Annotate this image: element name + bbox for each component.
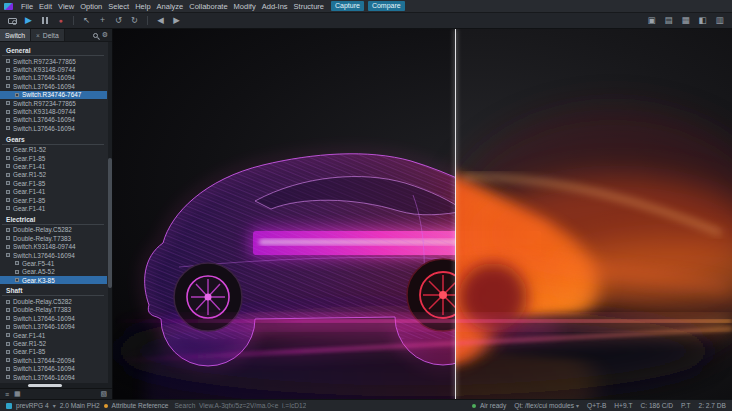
tree-item[interactable]: Gear.R1-52 [0,171,107,179]
tree-item[interactable]: Gear.F1-85 [0,154,107,162]
node-toggle-icon[interactable] [6,245,10,249]
pause-icon[interactable] [38,14,51,27]
node-toggle-icon[interactable] [6,164,10,168]
shading-icon[interactable]: ▤ [662,14,675,27]
node-toggle-icon[interactable] [6,350,10,354]
node-toggle-icon[interactable] [6,101,10,105]
node-toggle-icon[interactable] [6,236,10,240]
tree-item[interactable]: Switch.L37644-26094 [0,356,107,364]
node-toggle-icon[interactable] [15,93,19,97]
node-toggle-icon[interactable] [6,68,10,72]
menu-collaborate[interactable]: Collaborate [186,1,230,12]
node-toggle-icon[interactable] [6,367,10,371]
tree-item[interactable]: Double-Relay.T7383 [0,234,107,242]
comparison-split-handle[interactable] [455,29,456,399]
tree-item[interactable]: Switch.L37646-16094 [0,373,107,381]
node-toggle-icon[interactable] [6,190,10,194]
material-icon[interactable]: ▣ [645,14,658,27]
layers-icon[interactable]: ▥ [713,14,726,27]
tree-item[interactable]: Double-Relay.T7383 [0,306,107,314]
menu-add-ins[interactable]: Add-Ins [259,1,291,12]
node-toggle-icon[interactable] [6,300,10,304]
tree-item[interactable]: Gear.R1-52 [0,146,107,154]
menu-view[interactable]: View [55,1,77,12]
menu-help[interactable]: Help [132,1,153,12]
node-toggle-icon[interactable] [6,110,10,114]
node-toggle-icon[interactable] [6,375,10,379]
step-forward-icon[interactable]: ▶ [170,14,183,27]
list-icon[interactable]: ≡ [5,391,9,398]
menubar-button-capture[interactable]: Capture [331,1,364,11]
node-toggle-icon[interactable] [15,261,19,265]
tree-item[interactable]: Gear.F5-41 [0,259,107,267]
record-icon[interactable]: ● [54,14,67,27]
menu-analyze[interactable]: Analyze [154,1,187,12]
tree-item[interactable]: Double-Relay.C5282 [0,297,107,305]
tree-item[interactable]: Switch.L37646-16094 [0,82,107,90]
tree-item[interactable]: Gear.F1-41 [0,204,107,212]
tree-item[interactable]: Switch.K93148-09744 [0,107,107,115]
horizontal-scrollbar[interactable] [0,383,112,388]
node-toggle-icon[interactable] [6,198,10,202]
status-item[interactable]: Qt: /flex/cui modules▾ [514,402,579,409]
tree-item[interactable]: Gear.F1-41 [0,162,107,170]
node-toggle-icon[interactable] [6,156,10,160]
status-item[interactable]: Air ready [472,402,506,409]
horizontal-scrollbar-thumb[interactable] [28,384,62,387]
tree-item[interactable]: Switch.L37646-16094 [0,124,107,132]
tree-item[interactable]: Gear.R1-52 [0,339,107,347]
node-toggle-icon[interactable] [6,253,10,257]
close-icon[interactable]: × [36,32,40,39]
node-toggle-icon[interactable] [15,278,19,282]
select-tool-icon[interactable]: ↖ [80,14,93,27]
split-view-icon[interactable]: ◧ [696,14,709,27]
statusbar-mode[interactable]: Attribute Reference [112,402,169,409]
node-toggle-icon[interactable] [6,333,10,337]
tree-item[interactable]: Gear.K3-85 [0,276,107,284]
tree-item[interactable]: Switch.R97234-77865 [0,57,107,65]
rotate-ccw-icon[interactable]: ↺ [112,14,125,27]
menubar-button-compare[interactable]: Compare [368,1,405,11]
node-toggle-icon[interactable] [6,59,10,63]
node-toggle-icon[interactable] [6,308,10,312]
node-toggle-icon[interactable] [6,358,10,362]
tree-item[interactable]: Gear.F1-85 [0,179,107,187]
tree-item[interactable]: Switch.L37646-16094 [0,323,107,331]
node-toggle-icon[interactable] [6,76,10,80]
tree-item[interactable]: Switch.L37646-16094 [0,314,107,322]
render-viewport[interactable] [113,29,732,399]
node-toggle-icon[interactable] [6,84,10,88]
node-toggle-icon[interactable] [6,342,10,346]
menu-select[interactable]: Select [105,1,132,12]
tree-item[interactable]: Gear.F1-85 [0,196,107,204]
node-toggle-icon[interactable] [15,270,19,274]
tab-delta[interactable]: × Delta [31,29,65,41]
play-icon[interactable]: ▶ [22,14,35,27]
node-toggle-icon[interactable] [6,181,10,185]
tree-item[interactable]: Gear.F1-85 [0,348,107,356]
menu-edit[interactable]: Edit [36,1,55,12]
tree-item[interactable]: Gear.F1-41 [0,187,107,195]
node-toggle-icon[interactable] [6,126,10,130]
node-toggle-icon[interactable] [6,173,10,177]
menu-structure[interactable]: Structure [291,1,327,12]
tree-item[interactable]: Double-Relay.C5282 [0,226,107,234]
node-toggle-icon[interactable] [6,206,10,210]
camera-icon[interactable] [6,14,19,27]
vertical-scrollbar[interactable] [108,42,112,383]
tree-item[interactable]: Switch.K93148-09744 [0,242,107,250]
tree-item[interactable]: Switch.L37646-16094 [0,74,107,82]
node-toggle-icon[interactable] [6,148,10,152]
tree-item[interactable]: Gear.F1-41 [0,331,107,339]
node-toggle-icon[interactable] [6,325,10,329]
step-back-icon[interactable]: ◀ [154,14,167,27]
move-tool-icon[interactable]: + [96,14,109,27]
grid-small-icon[interactable]: ▦ [14,390,21,398]
grid-icon[interactable]: ▦ [679,14,692,27]
node-toggle-icon[interactable] [6,316,10,320]
tree-item[interactable]: Switch.K93148-09744 [0,65,107,73]
tree-item[interactable]: Switch.R97234-77865 [0,99,107,107]
tab-switch[interactable]: Switch [0,29,31,41]
node-toggle-icon[interactable] [6,118,10,122]
tree-item[interactable]: Switch.L37646-16094 [0,365,107,373]
